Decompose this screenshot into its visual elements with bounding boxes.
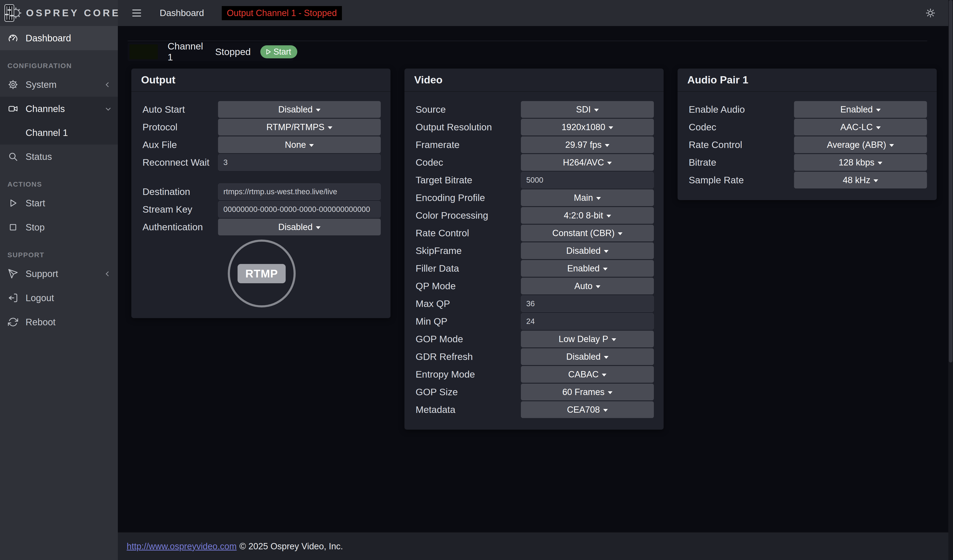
topbar-dashboard-link[interactable]: Dashboard (160, 8, 204, 18)
gop-size-select[interactable]: 60 Frames (521, 384, 654, 400)
caret-down-icon (889, 144, 894, 147)
field-label: Output Resolution (416, 122, 492, 133)
sidebar-item-support[interactable]: Support (0, 262, 118, 286)
field-label: Codec (416, 157, 443, 168)
bitrate-select[interactable]: 128 kbps (794, 154, 927, 171)
field-label: Aux File (143, 140, 177, 150)
sidebar: Dashboard CONFIGURATIONSystemChannelsCha… (0, 26, 118, 560)
reconnect-wait-input[interactable] (218, 154, 381, 171)
caret-down-icon (602, 374, 607, 377)
output-resolution-select[interactable]: 1920x1080 (521, 119, 654, 135)
filler-data-select[interactable]: Enabled (521, 260, 654, 277)
sidebar-item-channel-1[interactable]: Channel 1 (0, 121, 118, 144)
menu-toggle-icon[interactable] (132, 8, 141, 19)
sidebar-item-reboot[interactable]: Reboot (0, 310, 118, 334)
sun-icon (925, 8, 936, 18)
framerate-select[interactable]: 29.97 fps (521, 137, 654, 153)
field-label: SkipFrame (416, 245, 462, 256)
field-label: Auto Start (143, 104, 185, 115)
target-bitrate-input[interactable] (521, 172, 654, 188)
caret-down-icon (596, 285, 601, 288)
play-icon (264, 48, 272, 56)
footer-copyright: © 2025 Osprey Video, Inc. (239, 541, 343, 551)
sidebar-item-logout[interactable]: Logout (0, 286, 118, 310)
field-label: Destination (143, 186, 190, 197)
field-label: Min QP (416, 316, 447, 327)
authentication-select[interactable]: Disabled (218, 219, 381, 236)
qp-mode-select[interactable]: Auto (521, 278, 654, 295)
rate-control-select[interactable]: Constant (CBR) (521, 225, 654, 241)
codec-select[interactable]: AAC-LC (794, 119, 927, 135)
start-channel-button[interactable]: Start (260, 45, 297, 58)
field-label: GDR Refresh (416, 351, 473, 362)
field-label: Codec (689, 122, 716, 133)
field-label: Max QP (416, 298, 450, 309)
sidebar-item-start[interactable]: Start (0, 191, 118, 215)
auto-start-select[interactable]: Disabled (218, 101, 381, 118)
field-label: Rate Control (689, 140, 742, 150)
logout-icon (8, 293, 18, 303)
field-label: Sample Rate (689, 175, 744, 186)
card-title: Video (404, 68, 664, 92)
send-icon (8, 268, 18, 279)
channel-status: Stopped (215, 47, 251, 57)
caret-down-icon (876, 109, 881, 112)
codec-select[interactable]: H264/AVC (521, 154, 654, 171)
metadata-select[interactable]: CEA708 (521, 401, 654, 418)
sidebar-item-channels[interactable]: Channels (0, 97, 118, 121)
sample-rate-select[interactable]: 48 kHz (794, 172, 927, 188)
gop-mode-select[interactable]: Low Delay P (521, 330, 654, 347)
field-label: Entropy Mode (416, 369, 475, 380)
entropy-mode-select[interactable]: CABAC (521, 366, 654, 383)
caret-down-icon (874, 179, 878, 182)
video-camera-icon (8, 104, 18, 114)
caret-down-icon (604, 356, 608, 359)
rtmp-badge: RTMP (237, 264, 286, 283)
card-title: Audio Pair 1 (678, 68, 937, 92)
min-qp-input[interactable] (521, 313, 654, 330)
brand-link[interactable]: OSPREY CORE (0, 0, 118, 26)
field-label: Protocol (143, 122, 177, 133)
footer-link[interactable]: http://www.ospreyvideo.com (127, 541, 237, 551)
card-audio-pair-1: Audio Pair 1Enable AudioEnabledCodecAAC-… (678, 68, 937, 200)
caret-down-icon (608, 126, 613, 129)
color-processing-select[interactable]: 4:2:0 8-bit (521, 207, 654, 224)
sidebar-item-stop[interactable]: Stop (0, 215, 118, 239)
vertical-scrollbar (948, 0, 953, 560)
field-label: Stream Key (143, 204, 192, 215)
theme-toggle[interactable] (925, 8, 936, 18)
content-divider (127, 41, 927, 41)
sidebar-item-status[interactable]: Status (0, 144, 118, 169)
chevron-down-icon (107, 108, 111, 110)
chevron-left-icon (107, 83, 111, 87)
caret-down-icon (594, 109, 599, 112)
gear-icon (8, 79, 18, 90)
reboot-icon (8, 317, 18, 327)
sidebar-item-dashboard[interactable]: Dashboard (0, 26, 118, 50)
channel-title: Channel 1 (168, 41, 203, 63)
destination-input[interactable] (218, 183, 381, 200)
scrollbar-thumb[interactable] (949, 0, 953, 363)
source-select[interactable]: SDI (521, 101, 654, 118)
rate-control-select[interactable]: Average (ABR) (794, 137, 927, 153)
chevron-left-icon (107, 272, 111, 276)
enable-audio-select[interactable]: Enabled (794, 101, 927, 118)
card-video: VideoSourceSDIOutput Resolution1920x1080… (404, 68, 664, 430)
field-label: GOP Size (416, 387, 458, 397)
aux-file-select[interactable]: None (218, 137, 381, 153)
play-icon (8, 198, 18, 208)
field-label: Reconnect Wait (143, 157, 210, 168)
caret-down-icon (876, 126, 881, 129)
stream-key-input[interactable] (218, 201, 381, 218)
channel-bar: Channel 1 Stopped Start (127, 42, 293, 61)
sidebar-item-system[interactable]: System (0, 73, 118, 97)
channel-status-alert: Output Channel 1 - Stopped (222, 6, 342, 20)
gdr-refresh-select[interactable]: Disabled (521, 348, 654, 365)
field-label: Authentication (143, 222, 203, 233)
encoding-profile-select[interactable]: Main (521, 189, 654, 206)
protocol-select[interactable]: RTMP/RTMPS (218, 119, 381, 135)
caret-down-icon (618, 233, 622, 235)
skipframe-select[interactable]: Disabled (521, 242, 654, 259)
protocol-logo-circle: RTMP (228, 240, 296, 307)
max-qp-input[interactable] (521, 295, 654, 312)
